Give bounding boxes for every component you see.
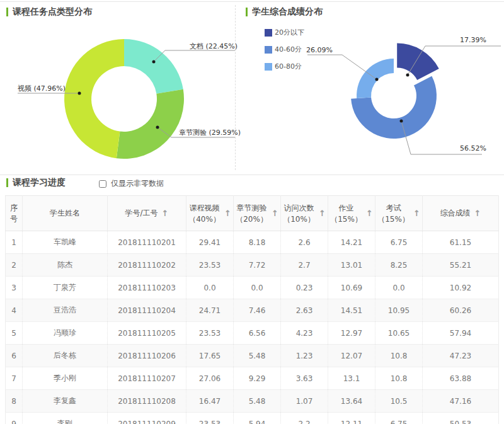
cell-exam: 10.8 xyxy=(375,345,423,367)
cell-visits: 3.63 xyxy=(281,367,328,390)
cell-course-video: 29.41 xyxy=(186,231,234,254)
cell-visits: 1.23 xyxy=(281,345,328,367)
cell-homework: 13.64 xyxy=(328,390,375,413)
cell-exam: 10.95 xyxy=(375,299,423,322)
cell-student-name: 车凯峰 xyxy=(23,231,108,254)
nonzero-filter[interactable]: 仅显示非零数据 xyxy=(99,178,164,189)
cell-visits: 2.7 xyxy=(281,254,328,277)
sort-asc-icon[interactable]: ↑ xyxy=(319,209,326,218)
sort-asc-icon[interactable]: ↑ xyxy=(272,209,278,218)
cell-index: 8 xyxy=(6,390,23,413)
sort-asc-icon[interactable]: ↑ xyxy=(413,209,420,218)
slice-label-under20: 17.39% xyxy=(460,36,486,44)
col-exam[interactable]: 考试（15%）↑ xyxy=(375,196,423,231)
cell-student-name: 冯顺珍 xyxy=(23,322,108,345)
cell-total-score: 10.92 xyxy=(423,277,499,299)
sort-asc-icon[interactable]: ↑ xyxy=(224,209,231,218)
col-visits[interactable]: 访问次数（10%）↑ xyxy=(281,196,328,231)
cell-index: 1 xyxy=(6,231,23,254)
col-student-id[interactable]: 学号/工号↑ xyxy=(108,196,186,231)
cell-index: 9 xyxy=(6,413,23,424)
cell-total-score: 47.16 xyxy=(423,390,499,413)
cell-homework: 12.97 xyxy=(328,322,375,345)
cell-index: 3 xyxy=(6,277,23,299)
cell-chapter-quiz: 5.48 xyxy=(234,390,281,413)
slice-label-60-80: 26.09% xyxy=(306,46,333,54)
cell-student-id: 201811110202 xyxy=(108,254,186,277)
slice-label-40-60: 56.52% xyxy=(460,144,486,152)
cell-index: 2 xyxy=(6,254,23,277)
cell-student-id: 201811110207 xyxy=(108,367,186,390)
cell-total-score: 55.21 xyxy=(423,254,499,277)
cell-course-video: 23.53 xyxy=(186,322,234,345)
cell-student-id: 201811110204 xyxy=(108,299,186,322)
table-row: 4豆浩浩20181111020424.717.462.6314.5110.956… xyxy=(6,299,499,322)
pie-slice[interactable] xyxy=(397,43,439,79)
table-header-row: 序号 学生姓名 学号/工号↑ 课程视频（40%）↑ 章节测验（20%）↑ 访问次… xyxy=(6,196,499,231)
cell-total-score: 50.53 xyxy=(423,413,499,424)
table-row: 8李复鑫20181111020816.475.481.0713.6410.547… xyxy=(6,390,499,413)
cell-total-score: 47.23 xyxy=(423,345,499,367)
cell-exam: 8.25 xyxy=(375,254,423,277)
cell-homework: 12.11 xyxy=(328,413,375,424)
cell-visits: 2.2 xyxy=(281,413,328,424)
table-row: 3丁泉芳2018111102030.00.00.2310.690.010.92 xyxy=(6,277,499,299)
cell-chapter-quiz: 5.48 xyxy=(234,345,281,367)
cell-course-video: 17.65 xyxy=(186,345,234,367)
slice-label-video: 视频 (47.96%) xyxy=(18,84,66,93)
table-row: 7季小刚20181111020727.069.293.6313.110.863.… xyxy=(6,367,499,390)
sort-asc-icon[interactable]: ↑ xyxy=(366,209,373,218)
table-row: 6后冬栋20181111020617.655.481.2312.0710.847… xyxy=(6,345,499,367)
pie-slice[interactable] xyxy=(124,39,183,94)
cell-chapter-quiz: 6.56 xyxy=(234,322,281,345)
cell-chapter-quiz: 0.0 xyxy=(234,277,281,299)
nonzero-filter-label: 仅显示非零数据 xyxy=(111,178,164,189)
slice-label-quiz: 章节测验 (29.59%) xyxy=(179,128,241,137)
col-chapter-quiz[interactable]: 章节测验（20%）↑ xyxy=(234,196,281,231)
cell-homework: 13.1 xyxy=(328,367,375,390)
cell-exam: 6.75 xyxy=(375,231,423,254)
section-divider xyxy=(0,175,504,175)
col-total-score[interactable]: 综合成绩↑ xyxy=(423,196,499,231)
cell-total-score: 61.15 xyxy=(423,231,499,254)
title-accent-bar xyxy=(6,178,8,187)
cell-total-score: 63.88 xyxy=(423,367,499,390)
cell-chapter-quiz: 5.94 xyxy=(234,413,281,424)
cell-chapter-quiz: 9.29 xyxy=(234,367,281,390)
cell-total-score: 57.94 xyxy=(423,322,499,345)
table-row: 9李刚20181111020923.535.942.212.116.7550.5… xyxy=(6,413,499,424)
sort-asc-icon[interactable]: ↑ xyxy=(474,209,481,218)
score-chart: 学生综合成绩分布 20分以下 40-60分 60-80分 17.39% 26.0… xyxy=(235,0,504,175)
cell-course-video: 23.53 xyxy=(186,254,234,277)
cell-homework: 10.69 xyxy=(328,277,375,299)
cell-chapter-quiz: 7.46 xyxy=(234,299,281,322)
pie-slice[interactable] xyxy=(117,89,184,159)
cell-exam: 10.65 xyxy=(375,322,423,345)
cell-chapter-quiz: 8.18 xyxy=(234,231,281,254)
progress-table: 序号 学生姓名 学号/工号↑ 课程视频（40%）↑ 章节测验（20%）↑ 访问次… xyxy=(5,195,499,424)
col-index: 序号 xyxy=(6,196,23,231)
table-row: 1车凯峰20181111020129.418.182.614.216.7561.… xyxy=(6,231,499,254)
sort-asc-icon[interactable]: ↑ xyxy=(162,209,169,218)
progress-section-header: 课程学习进度 xyxy=(6,177,66,188)
col-course-video[interactable]: 课程视频（40%）↑ xyxy=(186,196,234,231)
cell-course-video: 24.71 xyxy=(186,299,234,322)
cell-course-video: 0.0 xyxy=(186,277,234,299)
col-homework[interactable]: 作业（15%）↑ xyxy=(328,196,375,231)
cell-course-video: 23.53 xyxy=(186,413,234,424)
cell-student-name: 李刚 xyxy=(23,413,108,424)
pie-slice[interactable] xyxy=(64,39,124,158)
table-row: 2陈杰20181111020223.537.722.713.018.2555.2… xyxy=(6,254,499,277)
cell-visits: 2.63 xyxy=(281,299,328,322)
cell-student-id: 201811110203 xyxy=(108,277,186,299)
nonzero-filter-checkbox[interactable] xyxy=(99,180,106,188)
cell-student-id: 201811110205 xyxy=(108,322,186,345)
cell-course-video: 16.47 xyxy=(186,390,234,413)
table-row: 5冯顺珍20181111020523.536.564.2312.9710.655… xyxy=(6,322,499,345)
cell-total-score: 60.26 xyxy=(423,299,499,322)
cell-student-name: 豆浩浩 xyxy=(23,299,108,322)
cell-index: 6 xyxy=(6,345,23,367)
cell-homework: 14.51 xyxy=(328,299,375,322)
cell-student-name: 季小刚 xyxy=(23,367,108,390)
cell-index: 7 xyxy=(6,367,23,390)
